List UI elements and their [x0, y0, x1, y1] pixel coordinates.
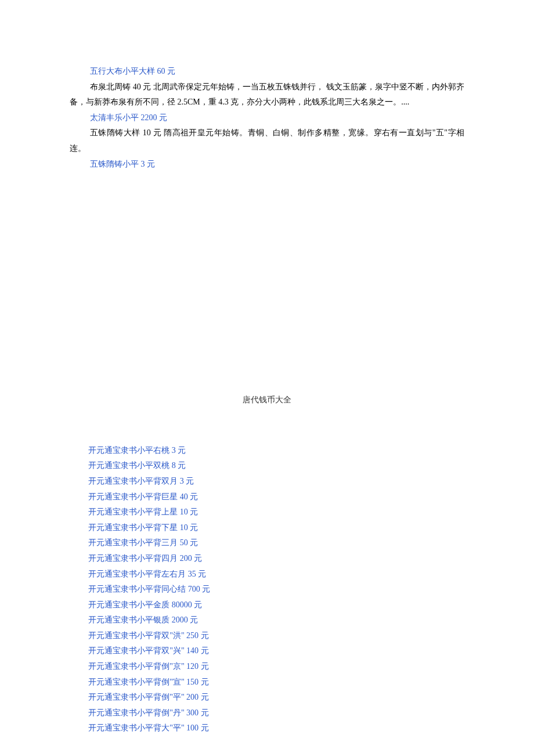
list-item: 开元通宝隶书小平背四月 200 元 — [88, 551, 464, 567]
coin-description-wuzhu-sui: 五铢隋铸大样 10 元 隋高祖开皇元年始铸。青铜、白铜、制作多精整，宽缘。穿右有… — [70, 125, 464, 156]
list-item: 开元通宝隶书小平背倒"丹" 300 元 — [88, 705, 464, 721]
list-item: 开元通宝隶书小平背倒"京" 120 元 — [88, 659, 464, 675]
list-item: 开元通宝隶书小平右桃 3 元 — [88, 443, 464, 459]
list-item: 开元通宝隶书小平背倒"平" 200 元 — [88, 690, 464, 705]
coin-list-tang: 开元通宝隶书小平右桃 3 元 开元通宝隶书小平双桃 8 元 开元通宝隶书小平背双… — [70, 443, 464, 736]
coin-entry-taiqing: 太清丰乐小平 2200 元 — [70, 110, 464, 126]
list-item: 开元通宝隶书小平双桃 8 元 — [88, 458, 464, 474]
list-item: 开元通宝隶书小平金质 80000 元 — [88, 597, 464, 613]
coin-description-buquan: 布泉北周铸 40 元 北周武帝保定元年始铸，一当五枚五铢钱并行， 钱文玉筋篆，泉… — [70, 80, 464, 110]
list-item: 开元通宝隶书小平背双月 3 元 — [88, 474, 464, 489]
list-item: 开元通宝隶书小平背巨星 40 元 — [88, 489, 464, 505]
list-item: 开元通宝隶书小平背下星 10 元 — [88, 520, 464, 536]
list-item: 开元通宝隶书小平背同心结 700 元 — [88, 582, 464, 597]
coin-entry-wuxing: 五行大布小平大样 60 元 — [70, 64, 464, 80]
list-item: 开元通宝隶书小平背双"洪" 250 元 — [88, 628, 464, 644]
list-item: 开元通宝隶书小平背左右月 35 元 — [88, 567, 464, 582]
list-item: 开元通宝隶书小平背上星 10 元 — [88, 505, 464, 520]
coin-entry-wuzhu-sui: 五铢隋铸小平 3 元 — [70, 157, 464, 172]
list-item: 开元通宝隶书小平背大"平" 100 元 — [88, 721, 464, 736]
list-item: 开元通宝隶书小平背三月 50 元 — [88, 535, 464, 551]
list-item: 开元通宝隶书小平银质 2000 元 — [88, 613, 464, 628]
list-item: 开元通宝隶书小平背倒"宣" 150 元 — [88, 675, 464, 690]
document-page: 五行大布小平大样 60 元 布泉北周铸 40 元 北周武帝保定元年始铸，一当五枚… — [0, 0, 534, 756]
list-item: 开元通宝隶书小平背双"兴" 140 元 — [88, 643, 464, 659]
section-title-tang: 唐代钱币大全 — [70, 393, 464, 408]
